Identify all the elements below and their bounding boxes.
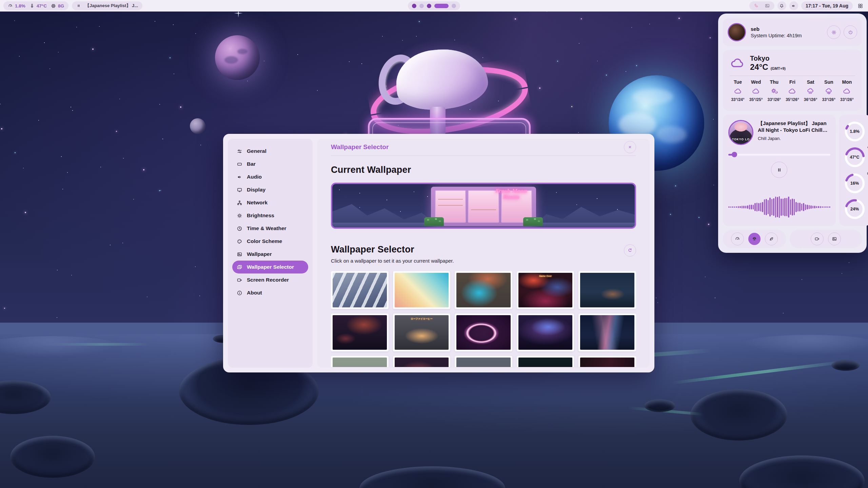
pause-button[interactable] [771,162,787,178]
wallpaper-thumb-crimson-grove[interactable] [393,356,451,367]
picture-quick-button[interactable] [828,232,841,245]
speaker-icon [791,3,796,8]
sidebar-item-general[interactable]: General [232,145,308,158]
brightness-icon [237,213,242,219]
wallpaper-thumb-pastel-gradient[interactable] [393,271,451,309]
sidebar-item-wallpaper[interactable]: Wallpaper [232,248,308,261]
close-button[interactable] [624,141,636,153]
workspace-5-empty[interactable] [452,4,456,8]
bar-stat-chip[interactable]: 8G [51,3,64,8]
refresh-icon [627,248,633,253]
cloud-icon [788,87,796,96]
images-icon [237,264,242,270]
sidebar-item-screen-recorder[interactable]: Screen Recorder [232,273,308,286]
system-tray[interactable] [749,1,774,10]
forecast-day-label: Sun [821,79,837,85]
wallpaper-thumb-nebula-forest[interactable] [517,313,574,351]
wallpaper-thumb-violet-ring[interactable] [455,313,512,351]
cafe-illustration: Fresh Moon Beans [431,187,536,226]
sidebar-item-bar[interactable]: Bar [232,158,308,170]
sidebar-item-display[interactable]: Display [232,183,308,196]
sidebar-item-network[interactable]: Network [232,196,308,209]
wallpaper-thumb-midnight-teal[interactable] [517,356,574,367]
power-button[interactable] [844,25,857,39]
media-progress-slider[interactable] [728,152,830,157]
stat-ring-chip: 16% [844,172,866,195]
workspace-indicator[interactable] [408,1,460,10]
close-icon [627,144,633,150]
video-icon [814,236,820,242]
selector-subtitle: Click on a wallpaper to set it as your c… [331,258,454,264]
volume-button[interactable] [789,1,798,10]
info-icon [237,290,242,296]
bar-media-pill[interactable]: 【Japanese Playlist】 J... [72,1,142,10]
video-quick-button[interactable] [811,232,824,245]
clock-icon [237,226,242,231]
network-icon [237,200,242,206]
gauge-quick-button[interactable] [731,232,744,245]
media-player-card: TOKYO LO 【Japanese Playlist】 Japan All N… [723,115,836,226]
settings-main-panel: Wallpaper Selector Current Wallpaper Fre… [317,139,650,368]
album-art-text: TOKYO LO [729,138,752,141]
thumb-image: ローファイコーヒー [395,315,449,350]
bar-stat-gauge[interactable]: 1.8% [8,3,25,8]
notifications-button[interactable] [777,1,786,10]
app-launcher-button[interactable] [856,1,865,10]
bell-icon [779,3,784,8]
wallpaper-thumb-dark-maroon[interactable] [578,356,636,367]
wallpaper-thumb-blurred-aurora[interactable] [455,271,512,309]
wallpaper-thumb-snowy-night-village[interactable] [578,271,636,309]
workspace-2-empty[interactable] [419,4,424,8]
sidebar-item-time-weather[interactable]: Time & Weather [232,222,308,235]
wallpaper-thumb-ember-forest[interactable] [331,313,389,351]
sidebar-item-label: Network [247,200,268,206]
thumb-image [333,273,387,307]
settings-sidebar: General Bar Audio Display Network Bright… [228,139,313,368]
thumb-image [456,315,511,350]
phone-icon [754,3,759,8]
thumb-image: Game Over [518,273,573,307]
wallpaper-thumb-cyberpunk-arcade[interactable]: Game Over [517,271,574,309]
dashboard-icon [857,3,863,9]
sidebar-item-label: Time & Weather [247,225,287,231]
clock-label: 17:17 - Tue, 19 Aug [806,3,848,8]
wallpaper-thumb-wireframe-wave[interactable] [578,313,636,351]
sidebar-item-brightness[interactable]: Brightness [232,209,308,222]
forecast-temps: 33°/26° [766,97,782,102]
album-art: TOKYO LO [728,120,753,145]
sidebar-item-label: Brightness [247,212,274,219]
workspace-1-occupied[interactable] [412,4,416,8]
scales-quick-button[interactable] [748,233,761,245]
workspace-3-occupied[interactable] [427,4,431,8]
leaf-quick-button[interactable] [765,232,778,245]
bar-stat-value: 47°C [37,3,47,8]
gauge-icon [735,236,740,242]
pause-icon [776,167,783,173]
sidebar-item-label: Screen Recorder [247,277,289,283]
workspace-4-focused[interactable] [434,4,449,8]
sidebar-item-about[interactable]: About [232,286,308,299]
thumb-image [333,315,387,350]
wallpaper-thumb-slate-gray[interactable] [455,356,512,367]
wallpaper-thumb-sage-field[interactable] [331,356,389,367]
clock-button[interactable]: 17:17 - Tue, 19 Aug [801,1,853,10]
current-wallpaper-preview: Fresh Moon Beans [331,183,636,229]
bar-stat-thermometer[interactable]: 47°C [29,3,47,8]
thumb-image [580,315,634,350]
bar-media-label: 【Japanese Playlist】 J... [85,3,138,9]
sidebar-item-audio[interactable]: Audio [232,170,308,183]
user-card: seb System Uptime: 4h19m [723,18,862,46]
bar-stats-pill[interactable]: 1.8%47°C8G [3,1,68,10]
sidebar-item-color-scheme[interactable]: Color Scheme [232,235,308,248]
wallpaper-thumb-lofi-coffee-shop[interactable]: ローファイコーヒー [393,313,451,351]
cloud-icon [752,87,760,96]
wallpaper-thumb-anime-street[interactable] [331,271,389,309]
palette-icon [237,239,242,244]
forecast-temps: 35°/26° [784,97,801,102]
hedge [424,217,444,226]
thumb-caption: ローファイコーヒー [411,317,432,321]
refresh-button[interactable] [624,244,636,257]
gear-icon [831,29,837,35]
gear-button[interactable] [827,25,841,39]
sidebar-item-wallpaper-selector[interactable]: Wallpaper Selector [232,261,308,273]
